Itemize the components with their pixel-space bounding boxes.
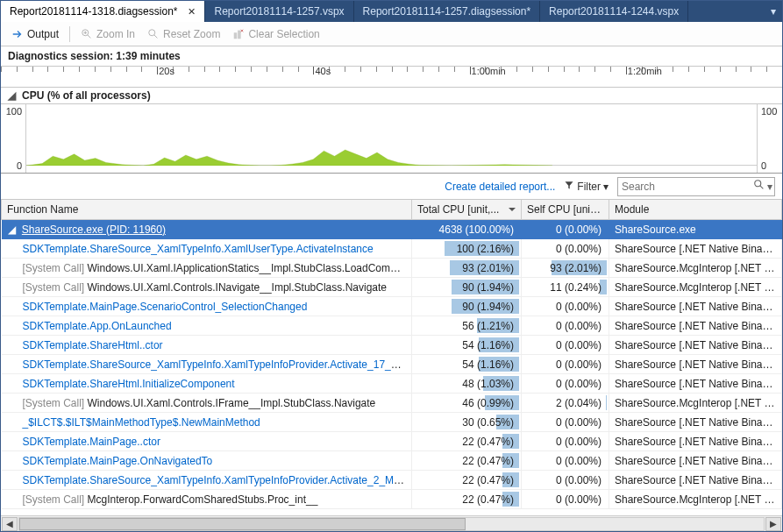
search-icon[interactable] <box>753 179 765 194</box>
filter-button[interactable]: Filter ▾ <box>564 180 609 193</box>
ruler-tick <box>251 67 252 72</box>
function-name[interactable]: SDKTemplate.ShareSource_XamlTypeInfo.Xam… <box>23 243 374 255</box>
function-name[interactable]: SDKTemplate.MainPage.ScenarioControl_Sel… <box>23 301 308 313</box>
table-row[interactable]: [System Call] Windows.UI.Xaml.IApplicati… <box>2 259 782 278</box>
function-name[interactable]: Windows.UI.Xaml.Controls.INavigate__Impl… <box>88 281 387 294</box>
button-label: Reset Zoom <box>163 28 220 40</box>
chart-body[interactable]: 100 0 100 0 <box>1 104 782 173</box>
tab-report-1257-vspx[interactable]: Report20181114-1257.vspx <box>205 1 353 22</box>
table-row[interactable]: SDKTemplate.ShareSource_XamlTypeInfo.Xam… <box>2 471 782 490</box>
function-name[interactable]: Windows.UI.Xaml.IApplicationStatics__Imp… <box>88 262 412 274</box>
ruler-tick <box>110 67 111 72</box>
table-row[interactable]: SDKTemplate.ShareSource_XamlTypeInfo.Xam… <box>2 239 782 259</box>
column-header-function[interactable]: Function Name <box>2 200 412 220</box>
create-detailed-report-link[interactable]: Create detailed report... <box>445 181 555 193</box>
ruler-tick <box>267 67 267 72</box>
call-tree-table: Function Name Total CPU [unit,... Self C… <box>1 200 782 515</box>
close-icon[interactable]: ✕ <box>188 6 196 18</box>
ruler-tick <box>204 67 205 72</box>
tab-report-1244-vspx[interactable]: Report20181114-1244.vspx <box>540 1 688 22</box>
search-input[interactable] <box>622 181 753 193</box>
module-cell: ShareSource [.NET Native Binary: S <box>609 336 782 355</box>
column-header-module[interactable]: Module <box>609 200 782 220</box>
ruler-tick <box>126 67 127 72</box>
self-cpu-cell: 0 (0.00%) <box>522 297 609 316</box>
table-row[interactable]: SDKTemplate.App.OnLaunched56 (1.21%)0 (0… <box>2 316 782 336</box>
table-row-root[interactable]: ◢ ShareSource.exe (PID: 11960)4638 (100.… <box>2 220 782 239</box>
output-button[interactable]: Output <box>6 26 64 42</box>
zoom-in-icon <box>81 28 93 40</box>
column-header-self-cpu[interactable]: Self CPU [unit, %] <box>522 200 609 220</box>
function-name[interactable]: _$ILCT$.$ILT$MainMethodType$.NewMainMeth… <box>23 416 260 429</box>
scroll-thumb[interactable] <box>19 518 466 530</box>
chart-canvas[interactable] <box>25 104 758 173</box>
reset-zoom-icon <box>147 28 160 40</box>
self-cpu-cell: 0 (0.00%) <box>522 316 609 336</box>
search-dropdown-icon[interactable]: ▾ <box>767 181 772 193</box>
ruler-tick <box>626 67 627 74</box>
ruler-tick <box>157 67 158 74</box>
tabs-overflow-menu[interactable]: ▾ <box>765 1 782 22</box>
total-cpu-cell: 90 (1.94%) <box>412 297 522 316</box>
ruler-label: 40s <box>315 66 331 76</box>
ruler-tick <box>736 67 737 72</box>
ruler-tick <box>282 67 283 72</box>
chart-title-bar[interactable]: ◢ CPU (% of all processors) <box>1 88 782 104</box>
clear-selection-icon <box>232 28 245 40</box>
module-cell: ShareSource [.NET Native Binary: S <box>609 297 782 316</box>
button-label: Zoom In <box>96 28 135 40</box>
function-name[interactable]: SDKTemplate.ShareHtml.InitializeComponen… <box>23 378 235 390</box>
cpu-chart-section: ◢ CPU (% of all processors) 100 0 100 0 <box>1 88 782 174</box>
table-row[interactable]: SDKTemplate.ShareHtml.InitializeComponen… <box>2 374 782 394</box>
ruler-tick <box>610 67 611 72</box>
column-header-total-cpu[interactable]: Total CPU [unit,... <box>412 200 522 220</box>
table-row[interactable]: SDKTemplate.MainPage.OnNavigatedTo22 (0.… <box>2 451 782 471</box>
filter-icon <box>564 180 574 193</box>
reset-zoom-button: Reset Zoom <box>142 26 225 42</box>
module-cell: ShareSource [.NET Native Binary: S <box>609 451 782 471</box>
self-cpu-cell: 93 (2.01%) <box>522 259 609 278</box>
total-cpu-cell: 4638 (100.00%) <box>412 220 522 239</box>
tab-report-1257-diagsession[interactable]: Report20181114-1257.diagsession* <box>354 1 540 22</box>
function-name[interactable]: SDKTemplate.MainPage.OnNavigatedTo <box>23 455 213 467</box>
self-cpu-cell: 2 (0.04%) <box>522 394 609 413</box>
scroll-track[interactable] <box>18 517 765 531</box>
ruler-tick <box>688 67 689 72</box>
function-name[interactable]: McgInterop.ForwardComSharedStubs.Proc_in… <box>88 493 318 506</box>
function-name[interactable]: SDKTemplate.ShareSource_XamlTypeInfo.Xam… <box>23 358 412 371</box>
function-name[interactable]: Windows.UI.Xaml.Controls.IFrame__Impl.St… <box>88 397 376 409</box>
table-row[interactable]: SDKTemplate.MainPage..ctor22 (0.47%)0 (0… <box>2 432 782 451</box>
table-row[interactable]: [System Call] Windows.UI.Xaml.Controls.I… <box>2 278 782 297</box>
horizontal-scrollbar[interactable]: ◀ ▶ <box>1 515 782 531</box>
button-label: Output <box>27 28 59 40</box>
chart-title: CPU (% of all processors) <box>22 89 151 102</box>
function-name[interactable]: SDKTemplate.App.OnLaunched <box>23 320 172 332</box>
table-row[interactable]: SDKTemplate.ShareHtml..ctor54 (1.16%)0 (… <box>2 336 782 355</box>
button-label: Clear Selection <box>248 28 319 40</box>
table-row[interactable]: SDKTemplate.ShareSource_XamlTypeInfo.Xam… <box>2 355 782 374</box>
expand-icon[interactable]: ◢ <box>7 223 18 236</box>
table-row[interactable]: [System Call] Windows.UI.Xaml.Controls.I… <box>2 394 782 413</box>
module-cell: ShareSource [.NET Native Binary: S <box>609 316 782 336</box>
ruler-tick <box>376 67 377 72</box>
function-name[interactable]: SDKTemplate.ShareHtml..ctor <box>23 339 163 351</box>
session-duration-label: Diagnostics session: 1:39 minutes <box>1 46 782 67</box>
function-name[interactable]: SDKTemplate.ShareSource_XamlTypeInfo.Xam… <box>23 474 412 486</box>
total-cpu-cell: 22 (0.47%) <box>412 490 522 509</box>
scroll-right-button[interactable]: ▶ <box>765 517 781 531</box>
table-row[interactable]: [System Call] McgInterop.ForwardComShare… <box>2 490 782 509</box>
tab-report-1318[interactable]: Report20181114-1318.diagsession* ✕ <box>1 1 205 22</box>
scroll-left-button[interactable]: ◀ <box>2 517 18 531</box>
ruler-label: 20s <box>159 66 174 76</box>
ruler-tick <box>141 67 142 72</box>
function-name[interactable]: ShareSource.exe (PID: 11960) <box>22 223 166 236</box>
zoom-in-button: Zoom In <box>75 26 140 42</box>
table-row[interactable]: _$ILCT$.$ILT$MainMethodType$.NewMainMeth… <box>2 413 782 432</box>
table-row[interactable]: SDKTemplate.MainPage.ScenarioControl_Sel… <box>2 297 782 316</box>
timeline-ruler[interactable]: 20s40s1:00min1:20min <box>1 67 782 88</box>
y-axis-right: 100 0 <box>758 104 782 173</box>
self-cpu-cell: 11 (0.24%) <box>522 278 609 297</box>
function-name[interactable]: SDKTemplate.MainPage..ctor <box>23 436 160 448</box>
collapse-icon[interactable]: ◢ <box>6 89 17 102</box>
search-box[interactable]: ▾ <box>617 177 775 196</box>
